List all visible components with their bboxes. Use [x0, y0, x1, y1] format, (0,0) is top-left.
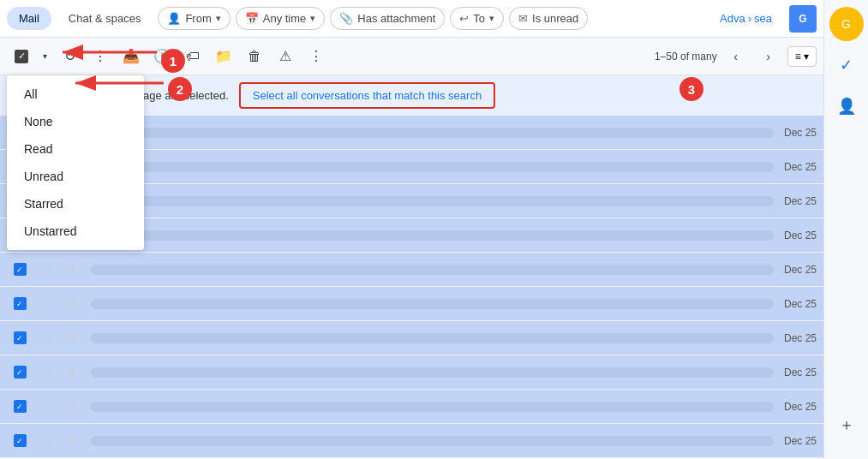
row-star-4[interactable]: ☆: [36, 263, 57, 277]
anytime-filter-btn[interactable]: 📅 Any time ▾: [236, 7, 326, 30]
isunread-filter-btn[interactable]: ✉ Is unread: [509, 7, 588, 30]
from-filter-btn[interactable]: 👤 From ▾: [158, 7, 230, 30]
row-snooze-5[interactable]: ↺: [60, 297, 81, 310]
row-content-7: [91, 367, 774, 378]
dropdown-item-read[interactable]: Read: [7, 135, 144, 163]
row-checkbox-8[interactable]: [14, 400, 27, 413]
row-star-5[interactable]: ☆: [36, 297, 57, 311]
chevron-right-icon: ›: [748, 12, 751, 25]
row-snooze-4[interactable]: ↺: [60, 263, 81, 276]
move-btn[interactable]: 📁: [209, 42, 238, 71]
row-check-6: [7, 331, 33, 344]
to-label: To: [473, 12, 485, 25]
annotation-1: 1: [161, 49, 185, 73]
more-options-btn[interactable]: ⋮: [86, 42, 115, 71]
reply-icon: ↩: [459, 12, 469, 25]
row-snooze-7[interactable]: ↺: [60, 366, 81, 379]
spam-btn[interactable]: ⚠: [271, 42, 300, 71]
row-date-8: Dec 25: [784, 401, 817, 413]
row-date-5: Dec 25: [784, 298, 817, 310]
dropdown-item-starred[interactable]: Starred: [7, 190, 144, 218]
dropdown-item-none[interactable]: None: [7, 108, 144, 135]
chevron-down-icon: ▾: [216, 13, 221, 24]
select-dropdown-menu: AllNoneReadUnreadStarredUnstarred: [7, 75, 144, 250]
kebab-btn[interactable]: ⋮: [302, 42, 331, 71]
archive-btn[interactable]: 📥: [117, 42, 146, 71]
page-info: 1–50 of many ‹ › ≡ ▾: [655, 43, 817, 70]
advanced-btn[interactable]: Adva › sea: [711, 8, 781, 29]
row-check-5: [7, 297, 33, 310]
density-btn[interactable]: ≡ ▾: [787, 46, 817, 67]
mail-icon: ✉: [518, 12, 528, 25]
top-bar: Mail Chat & spaces 👤 From ▾ 📅 Any time ▾…: [0, 0, 823, 38]
delete-btn[interactable]: 🗑: [240, 42, 269, 71]
row-date-0: Dec 25: [784, 127, 817, 139]
email-row[interactable]: ☆↺Dec 25: [0, 321, 823, 355]
row-checkbox-5[interactable]: [14, 297, 27, 310]
annotation-2: 2: [168, 77, 192, 101]
row-star-9[interactable]: ☆: [36, 434, 57, 448]
row-date-1: Dec 25: [784, 161, 817, 173]
email-row[interactable]: ☆↺Dec 25: [0, 253, 823, 287]
row-content-5: [91, 299, 774, 309]
checkbox-checked-icon: [15, 50, 28, 63]
hasattachment-label: Has attachment: [357, 12, 435, 25]
select-checkbox-dropdown: ▾: [7, 42, 53, 71]
anytime-label: Any time: [263, 12, 307, 25]
row-date-9: Dec 25: [784, 435, 817, 447]
checkbox-dropdown-btn[interactable]: ▾: [36, 42, 53, 71]
chevron-down-icon-3: ▾: [489, 13, 494, 24]
page-count: 1–50 of many: [655, 51, 717, 63]
row-snooze-9[interactable]: ↺: [60, 434, 81, 447]
search-label: sea: [754, 12, 772, 25]
row-checkbox-7[interactable]: [14, 366, 27, 379]
row-check-4: [7, 263, 33, 276]
isunread-label: Is unread: [532, 12, 578, 25]
refresh-btn[interactable]: ↻: [55, 42, 84, 71]
row-check-8: [7, 400, 33, 413]
hasattachment-filter-btn[interactable]: 📎 Has attachment: [330, 7, 445, 30]
row-checkbox-4[interactable]: [14, 263, 27, 276]
row-star-6[interactable]: ☆: [36, 331, 57, 345]
sidebar-icon-yellow[interactable]: G: [829, 7, 864, 41]
email-row[interactable]: ☆↺Dec 25: [0, 355, 823, 390]
email-row[interactable]: ☆↺Dec 25: [0, 390, 823, 424]
person-icon: 👤: [167, 12, 181, 25]
row-content-8: [91, 402, 774, 412]
next-page-btn[interactable]: ›: [755, 43, 782, 70]
google-apps-icon[interactable]: G: [789, 5, 817, 33]
row-content-2: [91, 196, 774, 206]
dropdown-item-unread[interactable]: Unread: [7, 163, 144, 190]
select-all-checkbox[interactable]: [7, 42, 36, 71]
mail-tab[interactable]: Mail: [7, 7, 51, 30]
to-filter-btn[interactable]: ↩ To ▾: [450, 7, 504, 30]
chevron-down-icon-2: ▾: [310, 13, 315, 24]
row-star-7[interactable]: ☆: [36, 366, 57, 379]
sidebar-icon-check[interactable]: ✓: [829, 48, 864, 82]
row-content-1: [91, 162, 774, 172]
row-snooze-8[interactable]: ↺: [60, 400, 81, 413]
right-sidebar: G ✓ 👤 ＋: [823, 0, 868, 458]
dropdown-item-unstarred[interactable]: Unstarred: [7, 218, 144, 245]
from-label: From: [185, 12, 211, 25]
row-content-6: [91, 333, 774, 343]
row-snooze-6[interactable]: ↺: [60, 331, 81, 344]
attachment-icon: 📎: [339, 12, 353, 25]
row-star-8[interactable]: ☆: [36, 400, 57, 414]
row-content-3: [91, 230, 774, 241]
sidebar-icon-person[interactable]: 👤: [829, 89, 864, 123]
row-date-7: Dec 25: [784, 367, 817, 379]
select-all-conversations-btn[interactable]: Select all conversations that match this…: [239, 82, 495, 109]
row-check-7: [7, 366, 33, 379]
sidebar-icon-add[interactable]: ＋: [829, 408, 864, 442]
chat-spaces-tab[interactable]: Chat & spaces: [57, 7, 153, 30]
row-checkbox-6[interactable]: [14, 331, 27, 344]
advanced-label: Adva: [720, 12, 745, 25]
row-content-0: [91, 128, 774, 138]
email-row[interactable]: ☆↺Dec 25: [0, 424, 823, 458]
row-content-9: [91, 436, 774, 446]
prev-page-btn[interactable]: ‹: [722, 43, 750, 70]
dropdown-item-all[interactable]: All: [7, 80, 144, 108]
row-checkbox-9[interactable]: [14, 434, 27, 447]
email-row[interactable]: ☆↺Dec 25: [0, 287, 823, 321]
